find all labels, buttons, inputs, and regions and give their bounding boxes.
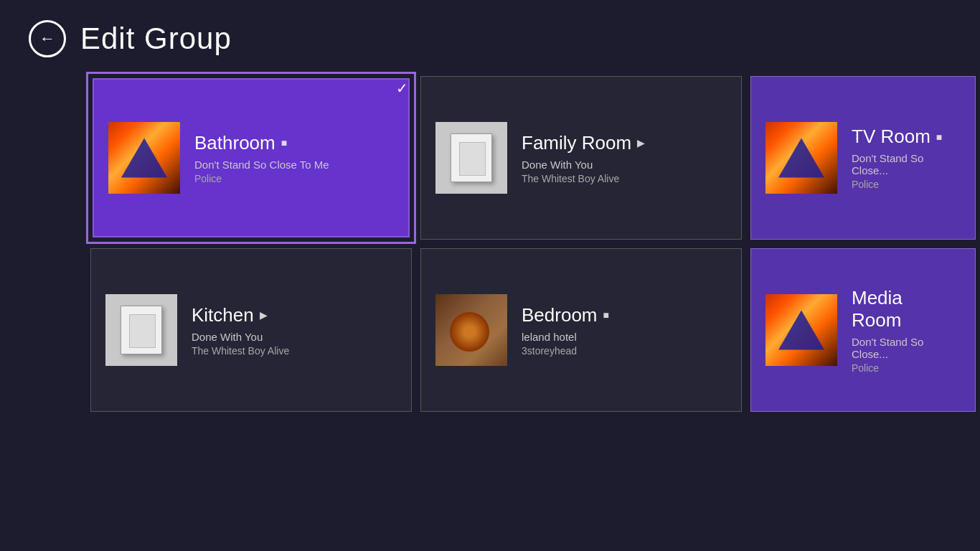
album-art-media-room bbox=[765, 294, 837, 366]
room-name-tv-room: TV Room bbox=[852, 126, 930, 148]
tile-grid: ✓ Bathroom ■ Don't Stand So Close To Me … bbox=[0, 72, 980, 416]
tile-info-bathroom: Bathroom ■ Don't Stand So Close To Me Po… bbox=[194, 132, 394, 184]
tile-kitchen[interactable]: Kitchen ▶ Done With You The Whitest Boy … bbox=[86, 244, 416, 416]
status-icon-bedroom: ■ bbox=[603, 309, 609, 321]
artist-kitchen: The Whitest Boy Alive bbox=[192, 345, 397, 357]
album-art-kitchen bbox=[105, 294, 177, 366]
back-arrow-icon: ← bbox=[39, 31, 55, 47]
artist-bathroom: Police bbox=[194, 173, 394, 184]
tile-info-bedroom: Bedroom ■ leland hotel 3storeyhead bbox=[522, 304, 727, 357]
tile-info-family-room: Family Room ▶ Done With You The Whitest … bbox=[522, 132, 727, 184]
song-title-media-room: Don't Stand So Close... bbox=[852, 336, 961, 360]
tile-info-kitchen: Kitchen ▶ Done With You The Whitest Boy … bbox=[192, 304, 397, 357]
song-title-family-room: Done With You bbox=[522, 159, 727, 171]
song-title-bedroom: leland hotel bbox=[522, 331, 727, 343]
artist-family-room: The Whitest Boy Alive bbox=[522, 173, 727, 184]
artist-tv-room: Police bbox=[852, 179, 961, 190]
tile-info-tv-room: TV Room ■ Don't Stand So Close... Police bbox=[852, 126, 961, 190]
room-name-family-room: Family Room bbox=[522, 132, 631, 154]
album-art-bathroom bbox=[108, 122, 180, 194]
album-art-bedroom bbox=[435, 294, 507, 366]
album-art-family-room bbox=[435, 122, 507, 194]
tile-bedroom[interactable]: Bedroom ■ leland hotel 3storeyhead bbox=[416, 244, 746, 416]
room-name-media-room: Media Room bbox=[852, 287, 955, 331]
artist-bedroom: 3storeyhead bbox=[522, 345, 727, 357]
song-title-tv-room: Don't Stand So Close... bbox=[852, 152, 961, 176]
tile-family-room[interactable]: Family Room ▶ Done With You The Whitest … bbox=[416, 72, 746, 244]
tile-info-media-room: Media Room Don't Stand So Close... Polic… bbox=[852, 287, 961, 374]
song-title-kitchen: Done With You bbox=[192, 331, 397, 343]
status-icon-kitchen: ▶ bbox=[260, 309, 268, 321]
tile-media-room[interactable]: Media Room Don't Stand So Close... Polic… bbox=[746, 244, 980, 416]
back-button[interactable]: ← bbox=[29, 20, 66, 57]
tile-tv-room[interactable]: TV Room ■ Don't Stand So Close... Police bbox=[746, 72, 980, 244]
artist-media-room: Police bbox=[852, 362, 961, 374]
status-icon-bathroom: ■ bbox=[281, 137, 287, 149]
song-title-bathroom: Don't Stand So Close To Me bbox=[194, 159, 394, 171]
album-art-tv-room bbox=[765, 122, 837, 194]
page-title: Edit Group bbox=[80, 22, 232, 56]
tile-bathroom[interactable]: ✓ Bathroom ■ Don't Stand So Close To Me … bbox=[86, 72, 416, 244]
room-name-kitchen: Kitchen bbox=[192, 304, 254, 326]
status-icon-family-room: ▶ bbox=[637, 137, 645, 149]
room-name-bedroom: Bedroom bbox=[522, 304, 598, 326]
room-name-bathroom: Bathroom bbox=[194, 132, 275, 154]
selected-checkmark: ✓ bbox=[396, 80, 408, 97]
header: ← Edit Group bbox=[0, 0, 980, 72]
status-icon-tv-room: ■ bbox=[936, 131, 942, 143]
